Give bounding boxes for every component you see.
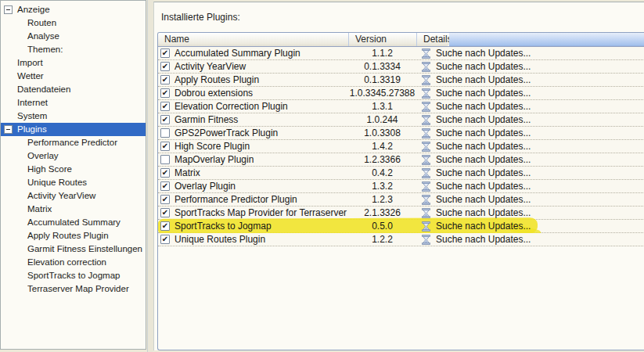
- table-row[interactable]: ✔Performance Predictor Plugin1.2.3Suche …: [158, 193, 644, 207]
- plugin-enabled-checkbox[interactable]: [160, 128, 170, 138]
- collapse-icon[interactable]: [4, 125, 13, 134]
- plugin-name: Overlay Plugin: [174, 180, 236, 192]
- plugin-enabled-checkbox[interactable]: ✔: [160, 181, 170, 191]
- plugin-enabled-checkbox[interactable]: ✔: [160, 142, 170, 151]
- plugin-version: 1.4.2: [348, 140, 416, 153]
- plugin-name: Accumulated Summary Plugin: [174, 47, 300, 59]
- table-row[interactable]: ✔SportTracks to Jogmap0.5.0Suche nach Up…: [158, 220, 644, 233]
- sidebar-item-label: Wetter: [17, 71, 44, 81]
- plugin-enabled-checkbox[interactable]: ✔: [160, 168, 170, 178]
- sidebar-item-label: Anzeige: [17, 5, 50, 14]
- plugin-enabled-checkbox[interactable]: ✔: [160, 102, 170, 111]
- table-row[interactable]: ✔Garmin Fitness1.0.244Suche nach Updates…: [158, 113, 644, 127]
- sidebar-item-apply-routes-plugin[interactable]: Apply Routes Plugin: [1, 229, 146, 242]
- plugin-enabled-checkbox[interactable]: ✔: [160, 115, 170, 124]
- plugin-version: 1.1.2: [348, 47, 416, 59]
- plugin-enabled-checkbox[interactable]: [160, 155, 170, 164]
- column-header-name[interactable]: Name: [158, 33, 348, 46]
- sidebar-item-performance-predictor[interactable]: Performance Predictor: [1, 136, 146, 149]
- panel-splitter: [147, 0, 153, 352]
- sidebar-item-activity-yearview[interactable]: Activity YearView: [1, 189, 146, 203]
- collapse-icon[interactable]: [4, 5, 13, 14]
- sidebar-item-label: Garmit Fitness Einstellungen: [27, 244, 142, 253]
- hourglass-icon: [422, 221, 430, 232]
- plugin-name: Activity YearView: [174, 60, 246, 73]
- plugin-enabled-checkbox[interactable]: ✔: [160, 48, 170, 58]
- plugins-table: Name Version Details ✔Accumulated Summar…: [157, 32, 644, 350]
- sidebar-item-accumulated-summary[interactable]: Accumulated Summary: [1, 216, 146, 229]
- plugin-name: SportTracks Map Provider for Terraserver: [174, 207, 347, 219]
- table-row[interactable]: ✔Elevation Correction Plugin1.3.1Suche n…: [158, 100, 644, 113]
- plugin-update-status: Suche nach Updates...: [436, 47, 531, 59]
- plugin-version: 1.3.1: [348, 100, 416, 113]
- sidebar-item-label: Performance Predictor: [27, 138, 117, 147]
- plugin-enabled-checkbox[interactable]: ✔: [160, 221, 170, 231]
- plugin-enabled-checkbox[interactable]: ✔: [160, 88, 170, 98]
- table-header: Name Version Details: [158, 33, 644, 47]
- table-row[interactable]: ✔Apply Routes Plugin0.1.3319Suche nach U…: [158, 74, 644, 87]
- hourglass-icon: [422, 48, 430, 59]
- sidebar-item-datendateien[interactable]: Datendateien: [1, 83, 146, 96]
- plugin-update-status: Suche nach Updates...: [436, 127, 531, 139]
- sidebar-item-sporttracks-to-jogmap[interactable]: SportTracks to Jogmap: [1, 269, 146, 282]
- table-body: ✔Accumulated Summary Plugin1.1.2Suche na…: [158, 47, 644, 246]
- sidebar-item-terraserver-map-provider[interactable]: Terraserver Map Provider: [1, 282, 146, 296]
- sidebar-item-analyse[interactable]: Analyse: [1, 30, 146, 43]
- settings-tree-panel: AnzeigeRoutenAnalyseThemen:ImportWetterD…: [0, 0, 146, 350]
- plugin-name: Matrix: [174, 167, 200, 179]
- hourglass-icon: [422, 155, 430, 165]
- hourglass-icon: [422, 62, 430, 72]
- table-row[interactable]: ✔Unique Routes Plugin1.2.2Suche nach Upd…: [158, 233, 644, 246]
- sidebar-item-import[interactable]: Import: [1, 56, 146, 70]
- table-row[interactable]: ✔Overlay Plugin1.3.2Suche nach Updates..…: [158, 180, 644, 193]
- sidebar-item-plugins[interactable]: Plugins: [1, 123, 146, 136]
- plugin-version: 0.1.3319: [348, 74, 416, 86]
- sidebar-item-elevation-correction[interactable]: Elevation correction: [1, 256, 146, 269]
- table-row[interactable]: ✔Activity YearView0.1.3334Suche nach Upd…: [158, 60, 644, 74]
- sidebar-item-internet[interactable]: Internet: [1, 96, 146, 110]
- sidebar-item-label: Import: [17, 58, 43, 67]
- sidebar-item-matrix[interactable]: Matrix: [1, 203, 146, 216]
- table-row[interactable]: MapOverlay Plugin1.2.3366Suche nach Upda…: [158, 153, 644, 167]
- plugin-version: 2.1.3326: [348, 207, 416, 219]
- plugin-name: Garmin Fitness: [174, 113, 238, 126]
- table-row[interactable]: ✔SportTracks Map Provider for Terraserve…: [158, 207, 644, 220]
- plugin-update-status: Suche nach Updates...: [436, 180, 531, 192]
- plugin-enabled-checkbox[interactable]: ✔: [160, 75, 170, 84]
- plugin-version: 1.2.3: [348, 193, 416, 206]
- column-header-details[interactable]: Details: [416, 33, 449, 46]
- sidebar-item-label: SportTracks to Jogmap: [27, 271, 120, 280]
- table-row[interactable]: ✔Matrix0.4.2Suche nach Updates...: [158, 167, 644, 180]
- hourglass-icon: [422, 102, 430, 112]
- sidebar-item-anzeige[interactable]: Anzeige: [1, 3, 146, 16]
- plugin-enabled-checkbox[interactable]: ✔: [160, 235, 170, 244]
- plugin-name: Dobrou extensions: [174, 87, 253, 99]
- sidebar-item-label: Activity YearView: [27, 191, 95, 200]
- table-row[interactable]: ✔Dobrou extensions1.0.3345.27388Suche na…: [158, 87, 644, 100]
- sidebar-item-unique-routes[interactable]: Unique Routes: [1, 176, 146, 189]
- sidebar-item-overlay[interactable]: Overlay: [1, 149, 146, 163]
- table-row[interactable]: ✔Accumulated Summary Plugin1.1.2Suche na…: [158, 47, 644, 60]
- sidebar-item-label: Analyse: [27, 31, 59, 41]
- sidebar-item-routen[interactable]: Routen: [1, 16, 146, 30]
- sidebar-item-high-score[interactable]: High Score: [1, 163, 146, 176]
- plugin-enabled-checkbox[interactable]: ✔: [160, 62, 170, 71]
- sidebar-item-themen[interactable]: Themen:: [1, 43, 146, 56]
- table-row[interactable]: GPS2PowerTrack Plugin1.0.3308Suche nach …: [158, 127, 644, 140]
- plugin-name: SportTracks to Jogmap: [174, 220, 272, 232]
- column-header-version[interactable]: Version: [348, 33, 416, 46]
- sidebar-item-label: System: [17, 111, 47, 120]
- plugin-update-status: Suche nach Updates...: [436, 100, 531, 113]
- plugin-enabled-checkbox[interactable]: ✔: [160, 208, 170, 217]
- plugin-update-status: Suche nach Updates...: [436, 140, 531, 153]
- plugin-version: 1.0.244: [348, 113, 416, 126]
- table-row[interactable]: ✔High Score Plugin1.4.2Suche nach Update…: [158, 140, 644, 153]
- sidebar-item-system[interactable]: System: [1, 110, 146, 123]
- sidebar-item-label: Matrix: [27, 204, 52, 214]
- sidebar-item-label: Datendateien: [17, 84, 70, 94]
- plugin-version: 1.0.3345.27388: [348, 87, 416, 99]
- sidebar-item-garmit-fitness-einstellungen[interactable]: Garmit Fitness Einstellungen: [1, 242, 146, 256]
- hourglass-icon: [422, 181, 430, 192]
- plugin-enabled-checkbox[interactable]: ✔: [160, 195, 170, 204]
- sidebar-item-wetter[interactable]: Wetter: [1, 70, 146, 83]
